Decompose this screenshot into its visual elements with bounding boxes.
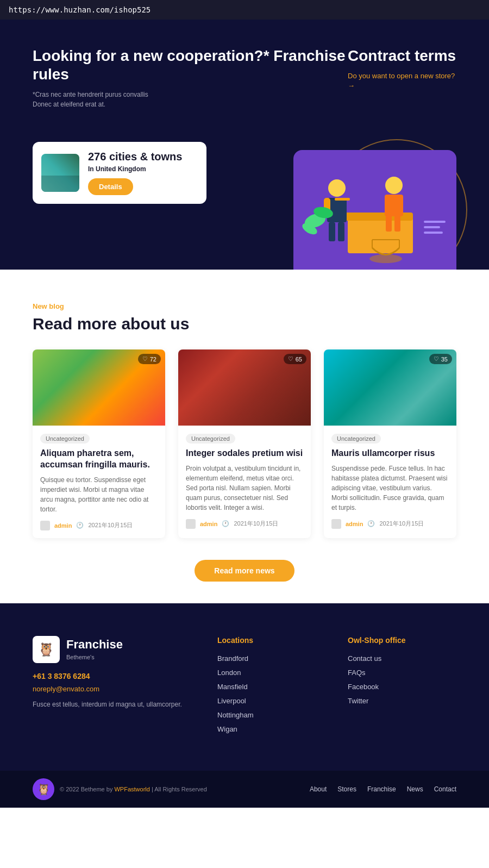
footer-email[interactable]: noreply@envato.com	[33, 685, 196, 693]
admin-name-3: admin	[346, 521, 363, 527]
admin-name-1: admin	[54, 522, 72, 529]
footer-bottom-nav: About Stores Franchise News Contact	[310, 785, 456, 793]
like-badge-1: ♡ 72	[138, 354, 161, 364]
svg-rect-6	[424, 221, 446, 223]
blog-title-3: Mauris ullamcorper risus	[331, 448, 449, 459]
location-liverpool[interactable]: Liverpool	[217, 697, 246, 705]
blog-category-1: Uncategorized	[40, 434, 90, 444]
blog-title-2: Integer sodales pretium wisi	[186, 448, 303, 459]
url-text: https://www.huzhan.com/ishop525	[9, 5, 151, 14]
url-bar: https://www.huzhan.com/ishop525	[0, 0, 489, 20]
footer-nav-contact[interactable]: Contact	[434, 785, 456, 793]
hero-subtitle: *Cras nec ante hendrerit purus convallis…	[33, 90, 348, 109]
svg-point-15	[385, 177, 403, 194]
blog-card-image-1: ♡ 72	[33, 349, 165, 426]
footer-twitter[interactable]: Twitter	[348, 697, 368, 705]
like-count-1: 72	[150, 356, 156, 363]
blog-date-1: 2021年10月15日	[88, 521, 133, 529]
blog-meta-1: admin 🕐 2021年10月15日	[40, 521, 158, 530]
read-more-button[interactable]: Read more news	[195, 560, 294, 582]
logo-icon: 🦉	[33, 636, 60, 663]
like-count-2: 65	[296, 356, 302, 363]
svg-rect-18	[394, 215, 400, 232]
footer-description: Fusce est tellus, interdum id magna ut, …	[33, 700, 196, 710]
footer-owl-icon: 🦉	[33, 778, 54, 800]
owl-office-list: Contact us FAQs Facebook Twitter	[348, 653, 456, 705]
logo-text: Franchise Betheme's	[66, 638, 123, 661]
hero-section: Looking for a new cooperation?* Franchis…	[0, 20, 489, 270]
svg-rect-17	[386, 215, 392, 232]
details-button[interactable]: Details	[88, 178, 133, 195]
footer-logo: 🦉 Franchise Betheme's	[33, 636, 196, 663]
list-item: Facebook	[348, 682, 456, 691]
brand-sub: Betheme's	[66, 654, 95, 660]
footer-contact-us[interactable]: Contact us	[348, 654, 381, 663]
stats-info: 276 cities & towns In United Kingdom Det…	[88, 151, 182, 195]
blog-meta-3: admin 🕐 2021年10月15日	[331, 519, 449, 529]
owl-office-heading: Owl-Shop office	[348, 636, 456, 645]
list-item: FAQs	[348, 667, 456, 677]
footer-faqs[interactable]: FAQs	[348, 669, 366, 677]
blog-heading: Read more about us	[33, 315, 456, 333]
location-brandford[interactable]: Brandford	[217, 654, 248, 663]
stats-location: In United Kingdom	[88, 165, 182, 173]
blog-grid: ♡ 72 Uncategorized Aliquam pharetra sem,…	[33, 349, 456, 538]
footer-owl-office: Owl-Shop office Contact us FAQs Facebook…	[348, 636, 456, 738]
like-count-3: 35	[441, 356, 448, 363]
illustration-svg	[293, 145, 446, 264]
blog-excerpt-2: Proin volutpat a, vestibulum tincidunt i…	[186, 464, 303, 513]
location-london[interactable]: London	[217, 669, 241, 677]
list-item: Mansfield	[217, 682, 326, 691]
list-item: London	[217, 667, 326, 677]
stats-card: 276 cities & towns In United Kingdom Det…	[33, 142, 206, 204]
svg-rect-8	[424, 232, 443, 234]
svg-rect-7	[424, 226, 440, 228]
heart-icon-2: ♡	[288, 355, 293, 363]
list-item: Wigan	[217, 724, 326, 734]
blog-card-image-3: ♡ 35	[324, 349, 456, 426]
locations-list: Brandford London Mansfield Liverpool Not…	[217, 653, 326, 734]
footer-bottom: 🦉 © 2022 Betheme by WPFastworld | All Ri…	[0, 771, 489, 808]
footer-nav-about[interactable]: About	[310, 785, 327, 793]
svg-point-2	[369, 254, 402, 263]
admin-avatar-3	[331, 519, 341, 529]
stats-thumbnail	[41, 154, 79, 192]
clock-icon-1: 🕐	[76, 522, 84, 529]
heart-icon-3: ♡	[434, 355, 439, 363]
footer-copyright: © 2022 Betheme by WPFastworld | All Righ…	[60, 786, 207, 792]
clock-icon-2: 🕐	[222, 520, 229, 527]
footer-nav-news[interactable]: News	[407, 785, 423, 793]
list-item: Twitter	[348, 696, 456, 705]
footer: 🦉 Franchise Betheme's +61 3 8376 6284 no…	[0, 603, 489, 771]
blog-category-2: Uncategorized	[186, 434, 235, 444]
like-badge-3: ♡ 35	[429, 354, 452, 364]
admin-name-2: admin	[200, 521, 217, 527]
footer-nav-franchise[interactable]: Franchise	[367, 785, 396, 793]
stats-count: 276 cities & towns	[88, 151, 182, 163]
blog-card-body-2: Uncategorized Integer sodales pretium wi…	[178, 426, 311, 536]
location-wigan[interactable]: Wigan	[217, 725, 237, 733]
blog-card: ♡ 72 Uncategorized Aliquam pharetra sem,…	[33, 349, 165, 538]
contract-link[interactable]: Do you want to open a new store? →	[348, 72, 455, 90]
footer-phone: +61 3 8376 6284	[33, 672, 196, 680]
svg-point-9	[328, 179, 346, 197]
blog-card-3: ♡ 35 Uncategorized Mauris ullamcorper ri…	[324, 349, 456, 538]
location-nottingham[interactable]: Nottingham	[217, 711, 253, 719]
admin-avatar-1	[40, 521, 50, 530]
blog-excerpt-1: Quisque eu tortor. Suspendisse eget impe…	[40, 475, 158, 514]
blog-meta-2: admin 🕐 2021年10月15日	[186, 519, 303, 529]
blog-date-2: 2021年10月15日	[234, 520, 278, 528]
wpfastworld-link[interactable]: WPFastworld	[114, 786, 149, 792]
footer-grid: 🦉 Franchise Betheme's +61 3 8376 6284 no…	[33, 636, 456, 738]
svg-rect-16	[385, 195, 403, 216]
footer-locations: Locations Brandford London Mansfield Liv…	[217, 636, 326, 738]
footer-nav-stores[interactable]: Stores	[337, 785, 356, 793]
footer-facebook[interactable]: Facebook	[348, 683, 379, 691]
blog-card-2: ♡ 65 Uncategorized Integer sodales preti…	[178, 349, 311, 538]
blog-card-body-1: Uncategorized Aliquam pharetra sem, accu…	[33, 426, 165, 538]
blog-tag: New blog	[33, 302, 456, 310]
blog-category-3: Uncategorized	[331, 434, 381, 444]
footer-bottom-left: 🦉 © 2022 Betheme by WPFastworld | All Ri…	[33, 778, 207, 800]
list-item: Nottingham	[217, 710, 326, 720]
location-mansfield[interactable]: Mansfield	[217, 683, 248, 691]
